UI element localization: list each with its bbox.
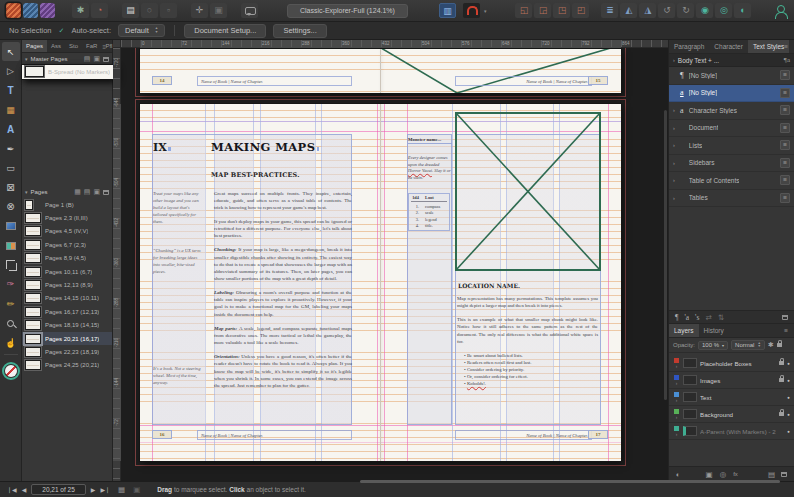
move-tool[interactable]: ↖ bbox=[2, 42, 20, 61]
visibility-icon[interactable]: ● bbox=[787, 378, 790, 383]
delete-master-icon[interactable] bbox=[103, 57, 109, 62]
panel-tab[interactable]: Ass bbox=[47, 40, 65, 52]
photo-persona-icon[interactable] bbox=[40, 3, 55, 18]
layer-row[interactable]: › Images ● bbox=[669, 372, 794, 389]
crop-tool[interactable] bbox=[2, 255, 20, 274]
panel-menu-icon[interactable]: ≡ bbox=[98, 40, 110, 54]
running-footer[interactable]: Name of Book | Name of Chapter. bbox=[197, 76, 352, 86]
page-list-item[interactable]: Pages 14,15 (10,11) bbox=[22, 292, 112, 305]
chapter-number[interactable]: IX bbox=[153, 141, 171, 154]
pages-header[interactable]: ▾ Pages ▦ ▤ ▣ bbox=[22, 186, 112, 198]
right-page-body-text[interactable]: Map representation has many permutations… bbox=[457, 295, 598, 388]
mask-layer-icon[interactable]: ▣ bbox=[706, 470, 713, 479]
location-heading[interactable]: LOCATION NAME. bbox=[458, 282, 520, 289]
text-style-item[interactable]: › Tables ≡ bbox=[669, 190, 794, 208]
expand-icon[interactable]: › bbox=[676, 432, 678, 437]
artistic-text-tool[interactable]: A bbox=[2, 120, 20, 139]
vector-brush-tool[interactable]: ✑ bbox=[2, 275, 20, 294]
pin-icon[interactable]: ✛ bbox=[191, 3, 208, 18]
move-to-back-icon[interactable]: ◱ bbox=[515, 3, 532, 18]
margin-note[interactable]: Treat your maps like any other image and… bbox=[153, 190, 205, 226]
panel-tab[interactable]: Character bbox=[709, 40, 748, 53]
previous-spread[interactable]: 14 Name of Book | Name of Chapter. Name … bbox=[140, 49, 621, 93]
image-placeholder-box[interactable] bbox=[455, 112, 601, 271]
fx-icon[interactable]: fx bbox=[733, 471, 738, 477]
auto-select-checkbox[interactable]: ✓ bbox=[59, 27, 65, 35]
previous-spread-button[interactable]: ◀ bbox=[22, 486, 27, 493]
blend-options-gear-icon[interactable]: ✱ bbox=[768, 341, 774, 349]
text-style-item[interactable]: › a Character Styles ≡ bbox=[669, 102, 794, 120]
zoom-tool[interactable] bbox=[2, 313, 20, 332]
left-page-body-text[interactable]: Great maps succeed on multiple fronts. T… bbox=[214, 190, 352, 397]
page-list-item[interactable]: Pages 8,9 (4,5) bbox=[22, 252, 112, 265]
add-page-icon[interactable]: ▤ bbox=[84, 188, 91, 196]
delete-page-icon[interactable] bbox=[103, 190, 109, 195]
next-spread-button[interactable]: ▶ bbox=[91, 486, 96, 493]
running-footer[interactable]: Name of Book | Name of Chapter. bbox=[197, 430, 352, 440]
rectangle-tool[interactable]: ▭ bbox=[2, 158, 20, 177]
page-list-item[interactable]: Pages 18,19 (14,15) bbox=[22, 319, 112, 332]
sidebar-title[interactable]: Monster name... bbox=[408, 137, 452, 144]
page-indicator[interactable]: 20,21 of 25 bbox=[31, 484, 86, 495]
text-style-item[interactable]: › ¶ [No Style] ≡ bbox=[669, 67, 794, 85]
panel-tab[interactable]: Layers bbox=[669, 324, 699, 337]
page-list-item[interactable]: Pages 20,21 (16,17) bbox=[22, 332, 112, 345]
expand-icon[interactable]: › bbox=[676, 398, 678, 403]
collapse-icon[interactable]: ▾ bbox=[25, 56, 28, 62]
page-list-item[interactable]: Pages 6,7 (2,3) bbox=[22, 238, 112, 251]
page-number-box[interactable]: 15 bbox=[588, 76, 608, 85]
master-page-item[interactable]: B-Spread (No Markers) bbox=[22, 65, 113, 79]
pages-grid-icon[interactable]: ▦ bbox=[118, 485, 125, 494]
add-geometry-icon[interactable]: ◉ bbox=[696, 3, 713, 18]
expand-icon[interactable]: › bbox=[673, 142, 675, 148]
gear-icon[interactable]: ✱ bbox=[72, 3, 89, 18]
expand-icon[interactable]: › bbox=[673, 195, 675, 201]
document-setup-button[interactable]: Document Setup... bbox=[184, 24, 266, 38]
panel-menu-icon[interactable]: ≡ bbox=[780, 40, 792, 54]
collapse-icon[interactable]: ▾ bbox=[25, 189, 28, 195]
panel-menu-icon[interactable]: ≡ bbox=[780, 324, 792, 338]
page-list-item[interactable]: Pages 24,25 (20,21) bbox=[22, 359, 112, 372]
assistant-bubble-icon[interactable] bbox=[241, 3, 258, 18]
page-list-item[interactable]: Pages 10,11 (6,7) bbox=[22, 265, 112, 278]
expand-icon[interactable]: › bbox=[673, 177, 675, 183]
snap-icon[interactable]: ▣ bbox=[210, 3, 227, 18]
node-tool[interactable]: ▷ bbox=[2, 61, 20, 80]
panel-tab[interactable]: History bbox=[699, 324, 729, 337]
blend-mode-dropdown[interactable]: Normal▲▼ bbox=[731, 340, 765, 350]
thumbnail-size-icon[interactable]: ▦ bbox=[74, 188, 81, 196]
circle-shape-icon[interactable]: ○ bbox=[141, 3, 158, 18]
subtract-geometry-icon[interactable]: ◎ bbox=[715, 3, 732, 18]
opacity-dropdown[interactable]: 100 %▾ bbox=[698, 341, 728, 350]
back-one-icon[interactable]: ◲ bbox=[534, 3, 551, 18]
divide-geometry-icon[interactable]: ◐ bbox=[734, 3, 751, 18]
running-footer[interactable]: Name of Book | Name of Chapter. bbox=[455, 76, 592, 86]
new-group-style-icon[interactable]: 's bbox=[695, 313, 699, 322]
style-menu-icon[interactable]: ≡ bbox=[780, 193, 790, 203]
style-filter-icon[interactable]: ¶a bbox=[784, 56, 790, 64]
layer-row[interactable]: › Text ● bbox=[669, 389, 794, 406]
style-menu-icon[interactable]: ≡ bbox=[780, 140, 790, 150]
adjustment-icon[interactable]: ◎ bbox=[720, 470, 727, 479]
designer-persona-icon[interactable] bbox=[23, 3, 38, 18]
page-list-item[interactable]: Pages 22,23 (18,19) bbox=[22, 345, 112, 358]
expand-icon[interactable]: › bbox=[673, 160, 675, 166]
page-number-box[interactable]: 14 bbox=[152, 76, 172, 85]
snapping-magnet-icon[interactable] bbox=[463, 3, 480, 18]
reapply-style-icon[interactable]: ⇄ bbox=[705, 313, 711, 322]
style-menu-icon[interactable]: ≡ bbox=[780, 175, 790, 185]
expand-icon[interactable]: › bbox=[676, 415, 678, 420]
expand-icon[interactable]: › bbox=[676, 381, 678, 386]
style-menu-icon[interactable]: ≡ bbox=[780, 123, 790, 133]
snapping-caret-icon[interactable]: ▾ bbox=[484, 8, 487, 14]
document-canvas[interactable]: 072144216288360432504576648720792864 -72… bbox=[113, 40, 668, 481]
first-spread-button[interactable]: ❘◀ bbox=[7, 486, 17, 493]
panel-tab[interactable]: Pages bbox=[22, 40, 47, 52]
layer-row[interactable]: › A-Parent (With Markers) - 2... ● bbox=[669, 423, 794, 440]
duplicate-master-icon[interactable]: ▣ bbox=[93, 55, 100, 63]
expand-icon[interactable]: › bbox=[673, 57, 675, 63]
auto-select-dropdown[interactable]: Default▲▼ bbox=[118, 24, 165, 37]
add-layer-icon[interactable]: ▤ bbox=[768, 470, 775, 479]
page-list-item[interactable]: Page 1 (B) bbox=[22, 198, 112, 211]
style-menu-icon[interactable]: ≡ bbox=[780, 88, 790, 98]
